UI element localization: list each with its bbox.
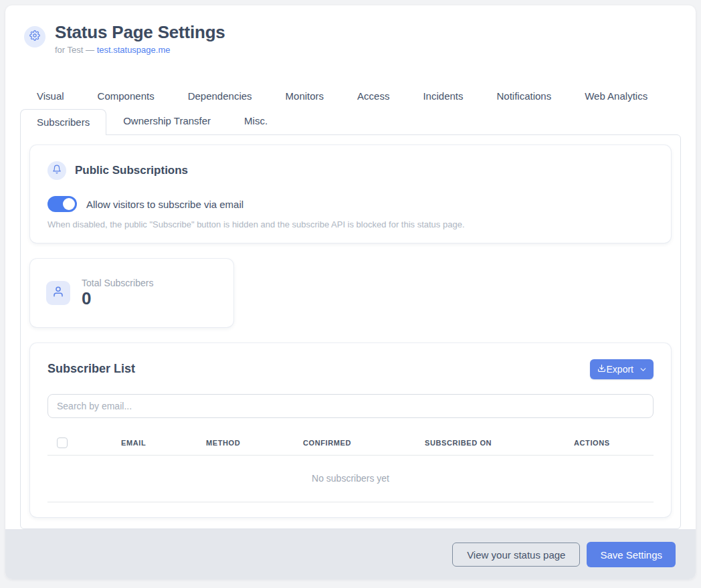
page-title: Status Page Settings xyxy=(55,21,225,43)
total-subscribers-label: Total Subscribers xyxy=(82,278,153,288)
public-subscriptions-title: Public Subscriptions xyxy=(75,164,188,177)
search-input[interactable] xyxy=(47,394,654,418)
status-page-link[interactable]: test.statuspage.me xyxy=(97,45,171,55)
subscriber-list-title: Subscriber List xyxy=(47,362,135,376)
tab-monitors[interactable]: Monitors xyxy=(269,84,341,107)
tab-row-2: Subscribers Ownership Transfer Misc. xyxy=(20,109,681,134)
column-header-actions: ACTIONS xyxy=(567,431,654,456)
empty-state-message: No subscribers yet xyxy=(47,455,654,502)
settings-gear-chip xyxy=(24,26,45,47)
download-icon xyxy=(597,364,606,375)
column-header-subscribed-on: SUBSCRIBED ON xyxy=(418,431,567,456)
tab-components[interactable]: Components xyxy=(81,84,171,107)
column-header-email: EMAIL xyxy=(114,431,199,456)
view-status-page-button[interactable]: View your status page xyxy=(452,543,580,567)
toggle-label: Allow visitors to subscribe via email xyxy=(86,199,243,210)
subtitle-prefix: for Test — xyxy=(55,45,97,55)
tab-row-1: Visual Components Dependencies Monitors … xyxy=(20,84,681,107)
save-settings-button[interactable]: Save Settings xyxy=(587,542,676,567)
page-subtitle: for Test — test.statuspage.me xyxy=(55,45,225,55)
toggle-knob xyxy=(63,198,75,210)
export-button[interactable]: Export xyxy=(590,359,654,379)
subscriber-list-card: Subscriber List Export xyxy=(30,343,671,517)
page-heading-block: Status Page Settings for Test — test.sta… xyxy=(55,21,225,55)
tab-misc[interactable]: Misc. xyxy=(227,109,284,134)
select-all-cell xyxy=(47,431,114,456)
gear-icon xyxy=(29,30,40,43)
user-icon xyxy=(52,286,64,300)
bell-chip xyxy=(47,161,66,180)
toggle-helper-text: When disabled, the public "Subscribe" bu… xyxy=(47,219,654,229)
export-button-label: Export xyxy=(607,364,633,375)
subscribe-toggle-row: Allow visitors to subscribe via email xyxy=(47,196,654,212)
stat-text-block: Total Subscribers 0 xyxy=(82,278,153,308)
total-subscribers-card: Total Subscribers 0 xyxy=(30,259,233,327)
subscribers-table: EMAIL METHOD CONFIRMED SUBSCRIBED ON ACT… xyxy=(47,431,654,502)
tab-access[interactable]: Access xyxy=(340,84,406,107)
page-header: Status Page Settings for Test — test.sta… xyxy=(5,5,696,55)
bell-icon xyxy=(52,165,62,177)
public-subscriptions-card: Public Subscriptions Allow visitors to s… xyxy=(30,145,671,243)
footer-action-bar: View your status page Save Settings xyxy=(5,529,696,579)
tab-notifications[interactable]: Notifications xyxy=(480,84,569,107)
subscribers-panel: Public Subscriptions Allow visitors to s… xyxy=(20,134,681,529)
tab-dependencies[interactable]: Dependencies xyxy=(171,84,269,107)
tab-web-analytics[interactable]: Web Analytics xyxy=(568,84,664,107)
tab-ownership-transfer[interactable]: Ownership Transfer xyxy=(106,109,227,134)
tab-incidents[interactable]: Incidents xyxy=(406,84,480,107)
total-subscribers-value: 0 xyxy=(82,289,153,308)
column-header-method: METHOD xyxy=(199,431,296,456)
public-subscriptions-header: Public Subscriptions xyxy=(47,161,654,180)
chevron-down-icon xyxy=(639,365,646,373)
table-header-row: EMAIL METHOD CONFIRMED SUBSCRIBED ON ACT… xyxy=(47,431,654,456)
select-all-checkbox[interactable] xyxy=(57,437,68,448)
status-page-settings-window: Status Page Settings for Test — test.sta… xyxy=(5,5,696,579)
subscriber-list-header: Subscriber List Export xyxy=(47,359,654,379)
allow-subscribe-toggle[interactable] xyxy=(47,196,77,212)
column-header-confirmed: CONFIRMED xyxy=(296,431,418,456)
user-chip xyxy=(46,281,70,305)
empty-state-row: No subscribers yet xyxy=(47,455,654,502)
tab-subscribers[interactable]: Subscribers xyxy=(20,109,106,135)
settings-tabs: Visual Components Dependencies Monitors … xyxy=(20,84,681,134)
tab-visual[interactable]: Visual xyxy=(20,84,81,107)
